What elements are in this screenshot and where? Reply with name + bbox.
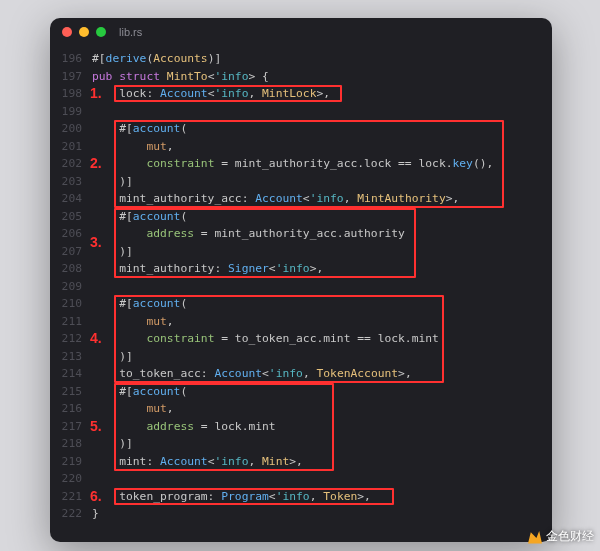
- code-line[interactable]: #[account(: [92, 208, 552, 226]
- line-number: 214: [50, 365, 82, 383]
- line-number: 203: [50, 173, 82, 191]
- code-line[interactable]: mint_authority: Signer<'info>,: [92, 260, 552, 278]
- code-line[interactable]: )]: [92, 173, 552, 191]
- code-line[interactable]: [92, 278, 552, 296]
- code-line[interactable]: mint_authority_acc: Account<'info, MintA…: [92, 190, 552, 208]
- code-line[interactable]: )]: [92, 348, 552, 366]
- code-line[interactable]: pub struct MintTo<'info> {: [92, 68, 552, 86]
- watermark: 金色财经: [528, 528, 594, 545]
- line-number: 218: [50, 435, 82, 453]
- code-area[interactable]: #[derive(Accounts)]pub struct MintTo<'in…: [92, 50, 552, 523]
- line-number: 197: [50, 68, 82, 86]
- code-line[interactable]: mut,: [92, 313, 552, 331]
- line-number: 213: [50, 348, 82, 366]
- code-line[interactable]: address = lock.mint: [92, 418, 552, 436]
- code-line[interactable]: #[account(: [92, 295, 552, 313]
- line-number: 206: [50, 225, 82, 243]
- line-number: 209: [50, 278, 82, 296]
- close-icon[interactable]: [62, 27, 72, 37]
- code-line[interactable]: )]: [92, 435, 552, 453]
- line-number: 207: [50, 243, 82, 261]
- line-number: 221: [50, 488, 82, 506]
- code-line[interactable]: #[derive(Accounts)]: [92, 50, 552, 68]
- line-number: 219: [50, 453, 82, 471]
- code-line[interactable]: #[account(: [92, 120, 552, 138]
- code-line[interactable]: mut,: [92, 400, 552, 418]
- code-line[interactable]: lock: Account<'info, MintLock>,: [92, 85, 552, 103]
- line-number: 211: [50, 313, 82, 331]
- line-number: 222: [50, 505, 82, 523]
- code-line[interactable]: token_program: Program<'info, Token>,: [92, 488, 552, 506]
- minimize-icon[interactable]: [79, 27, 89, 37]
- line-number: 201: [50, 138, 82, 156]
- line-number: 196: [50, 50, 82, 68]
- code-line[interactable]: )]: [92, 243, 552, 261]
- watermark-icon: [528, 530, 542, 544]
- titlebar: lib.rs: [50, 18, 552, 46]
- line-number: 199: [50, 103, 82, 121]
- line-number: 215: [50, 383, 82, 401]
- code-line[interactable]: [92, 470, 552, 488]
- code-line[interactable]: to_token_acc: Account<'info, TokenAccoun…: [92, 365, 552, 383]
- line-number: 202: [50, 155, 82, 173]
- line-number: 205: [50, 208, 82, 226]
- line-number: 200: [50, 120, 82, 138]
- line-number: 198: [50, 85, 82, 103]
- code-line[interactable]: mut,: [92, 138, 552, 156]
- code-line[interactable]: mint: Account<'info, Mint>,: [92, 453, 552, 471]
- line-number: 220: [50, 470, 82, 488]
- tab-filename[interactable]: lib.rs: [119, 26, 142, 38]
- watermark-text: 金色财经: [546, 528, 594, 545]
- line-number: 204: [50, 190, 82, 208]
- editor-window: lib.rs 196197198199200201202203204205206…: [50, 18, 552, 542]
- code-line[interactable]: [92, 103, 552, 121]
- code-line[interactable]: constraint = to_token_acc.mint == lock.m…: [92, 330, 552, 348]
- line-number: 208: [50, 260, 82, 278]
- line-number: 217: [50, 418, 82, 436]
- line-number: 216: [50, 400, 82, 418]
- maximize-icon[interactable]: [96, 27, 106, 37]
- code-line[interactable]: address = mint_authority_acc.authority: [92, 225, 552, 243]
- line-number: 212: [50, 330, 82, 348]
- code-line[interactable]: }: [92, 505, 552, 523]
- code-line[interactable]: #[account(: [92, 383, 552, 401]
- window-controls: [62, 27, 106, 37]
- code-editor[interactable]: 1961971981992002012022032042052062072082…: [50, 46, 552, 523]
- line-numbers: 1961971981992002012022032042052062072082…: [50, 50, 92, 523]
- code-line[interactable]: constraint = mint_authority_acc.lock == …: [92, 155, 552, 173]
- line-number: 210: [50, 295, 82, 313]
